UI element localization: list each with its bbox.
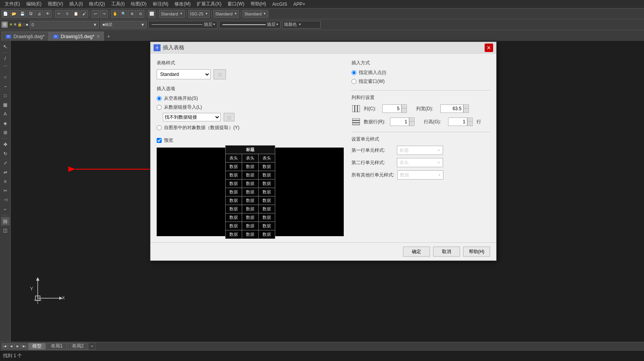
datarow-input[interactable]	[390, 118, 409, 126]
preview-checkbox[interactable]	[157, 138, 162, 143]
open-btn[interactable]: 📂	[10, 10, 18, 18]
add-layout-btn[interactable]: +	[89, 343, 95, 350]
iso25-dropdown[interactable]: ISO-25 ▼	[188, 10, 210, 18]
table-style-select[interactable]: Standard	[157, 69, 211, 79]
radio-blank[interactable]	[157, 96, 162, 101]
command-area: 找到 1 个 命令: 命令: 命令: _table 命令: 命令: 命令: _t…	[0, 350, 644, 361]
tab-next-btn[interactable]: ▶	[15, 343, 21, 349]
arc-tool[interactable]: ⌢	[1, 82, 10, 91]
pan-btn[interactable]: ✋	[111, 10, 119, 18]
menu-arcgis[interactable]: ArcGIS	[269, 2, 290, 7]
extend-tool[interactable]: ⊣	[1, 196, 10, 204]
menu-dimension[interactable]: 标注(N)	[150, 1, 172, 7]
other-rows-style-select[interactable]: 数据 ▼	[397, 170, 443, 180]
rotate-tool[interactable]: ↻	[1, 149, 10, 158]
zoom3-btn[interactable]: ⊖	[137, 10, 144, 18]
datarow-spin-up[interactable]: ▲	[409, 118, 415, 122]
dim-tool[interactable]: ◫	[1, 226, 10, 235]
tab-drawing15[interactable]: D Drawing15.dwg* ✕	[49, 32, 104, 41]
rowheight-spin-up[interactable]: ▲	[467, 118, 473, 122]
block-tool[interactable]: ⊞	[1, 128, 10, 137]
menu-app[interactable]: APP+	[290, 2, 308, 7]
obj-btn[interactable]: ⬜	[148, 10, 156, 18]
radio-point[interactable]	[351, 70, 356, 75]
undo2-btn[interactable]: ↪	[100, 10, 108, 18]
tab-last-btn[interactable]: ▶|	[21, 343, 27, 349]
tab-close-icon[interactable]: ✕	[97, 34, 100, 39]
text-tool[interactable]: A	[1, 110, 10, 118]
save-btn[interactable]: 💾	[18, 10, 26, 18]
standard-dropdown[interactable]: Standard ▼	[159, 10, 185, 18]
preview-btn[interactable]: 👁	[44, 10, 52, 18]
help-button[interactable]: 帮助(H)	[463, 247, 490, 257]
print-btn[interactable]: 🖨	[35, 10, 43, 18]
rowheight-spin-down[interactable]: ▼	[467, 122, 473, 126]
move-tool[interactable]: ✤	[1, 140, 10, 149]
ok-button[interactable]: 确定	[403, 247, 430, 257]
zoom2-btn[interactable]: ⊕	[128, 10, 136, 18]
col-width-input[interactable]	[440, 104, 463, 113]
tab-drawing6[interactable]: D Drawing6.dwg*	[2, 32, 49, 41]
scale-tool[interactable]: ⤢	[1, 159, 10, 167]
second-row-style-select[interactable]: 表头 ▼	[397, 158, 443, 167]
standard2-dropdown[interactable]: Standard ▼	[213, 10, 239, 18]
layer-dropdown[interactable]: 0 ▼	[30, 21, 99, 29]
new-btn[interactable]: 📄	[2, 10, 9, 18]
layout2-tab[interactable]: 布局2	[68, 343, 88, 350]
paste-btn[interactable]: 📋	[72, 10, 80, 18]
menu-tools[interactable]: 工具(I)	[108, 1, 128, 7]
style-browse-btn[interactable]: ▦	[214, 69, 226, 79]
copy-btn[interactable]: ⎘	[64, 10, 71, 18]
col-width-spin-down[interactable]: ▼	[463, 109, 469, 113]
select-tool[interactable]: ↖	[1, 42, 10, 51]
radio-objdata[interactable]	[157, 125, 162, 130]
dialog-close-button[interactable]: ✕	[485, 44, 493, 52]
offset-tool[interactable]: ≡	[1, 177, 10, 186]
menu-format[interactable]: 格式(Q)	[86, 1, 108, 7]
tab-prev-btn[interactable]: ◀	[8, 343, 14, 349]
tab-first-btn[interactable]: |◀	[2, 343, 8, 349]
rowheight-input[interactable]	[448, 118, 467, 126]
col-input[interactable]	[382, 104, 401, 113]
hatch-tool[interactable]: ▦	[1, 101, 10, 109]
mirror-tool[interactable]: ⇌	[1, 168, 10, 176]
rect-tool[interactable]: □	[1, 91, 10, 100]
cancel-button[interactable]: 取消	[433, 247, 460, 257]
menu-help[interactable]: 帮助(H)	[248, 1, 269, 7]
save2-btn[interactable]: 🖫	[27, 10, 35, 18]
zoom-btn[interactable]: 🔍	[120, 10, 127, 18]
col-width-spin-up[interactable]: ▲	[463, 104, 469, 109]
first-row-style-select[interactable]: 标题 ▼	[397, 146, 443, 155]
square-icon: □	[23, 22, 25, 27]
menu-edit[interactable]: 编辑(E)	[23, 1, 45, 7]
fillet-tool[interactable]: ⌐	[1, 205, 10, 213]
match-btn[interactable]: 🖌	[80, 10, 88, 18]
table-tool[interactable]: ▤	[1, 217, 10, 225]
menu-window[interactable]: 窗口(W)	[224, 1, 247, 7]
menu-view[interactable]: 视图(V)	[45, 1, 66, 7]
menu-insert[interactable]: 插入(I)	[66, 1, 86, 7]
datalink-select[interactable]: 找不到数据链接	[163, 113, 221, 121]
radio-datalink[interactable]	[157, 105, 162, 110]
datarow-spin-down[interactable]: ▼	[409, 122, 415, 126]
model-tab[interactable]: 模型	[28, 343, 46, 350]
col-spin-up[interactable]: ▲	[401, 104, 407, 109]
确层-dropdown[interactable]: ■确层 ▼	[100, 21, 147, 29]
menu-file[interactable]: 文件(E)	[2, 1, 23, 7]
standard3-dropdown[interactable]: Standard ▼	[243, 10, 268, 18]
trim-tool[interactable]: ✂	[1, 186, 10, 195]
col-spin-down[interactable]: ▼	[401, 109, 407, 113]
radio-window[interactable]	[351, 79, 356, 84]
menu-draw[interactable]: 绘图(D)	[128, 1, 150, 7]
circle-tool[interactable]: ○	[1, 73, 10, 81]
undo-btn[interactable]: ↩	[92, 10, 99, 18]
layout1-tab[interactable]: 布局1	[47, 343, 67, 350]
region-tool[interactable]: ◈	[1, 119, 10, 128]
datalink-browse-btn[interactable]: ▦	[224, 113, 234, 121]
polyline-tool[interactable]: ⌒	[1, 64, 10, 72]
line-tool[interactable]: /	[1, 54, 10, 63]
menu-modify[interactable]: 修改(M)	[171, 1, 194, 7]
menu-express[interactable]: 扩展工具(X)	[194, 1, 224, 7]
tab-add-button[interactable]: +	[104, 32, 113, 41]
cut-btn[interactable]: ✂	[55, 10, 63, 18]
